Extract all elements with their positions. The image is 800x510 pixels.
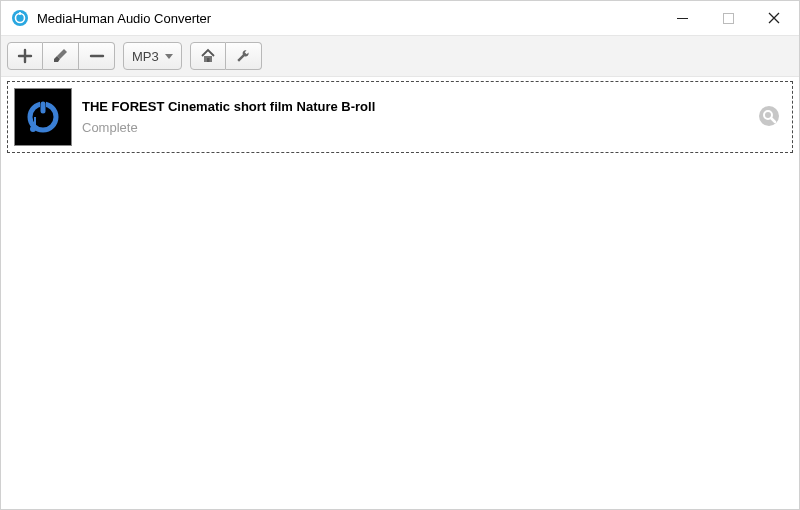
minus-icon <box>89 48 105 64</box>
item-thumbnail <box>14 88 72 146</box>
clear-button[interactable] <box>43 42 79 70</box>
search-icon <box>758 105 780 130</box>
window-title: MediaHuman Audio Converter <box>37 11 659 26</box>
list-item[interactable]: THE FOREST Cinematic short film Nature B… <box>7 81 793 153</box>
format-label: MP3 <box>132 49 159 64</box>
item-status: Complete <box>82 120 746 135</box>
maximize-button[interactable] <box>705 3 751 33</box>
svg-rect-6 <box>207 58 210 62</box>
brush-icon <box>53 48 69 64</box>
settings-button[interactable] <box>226 42 262 70</box>
plus-icon <box>17 48 33 64</box>
app-window: MediaHuman Audio Converter <box>0 0 800 510</box>
svg-rect-2 <box>19 12 21 15</box>
chevron-down-icon <box>165 54 173 59</box>
file-button-group <box>7 42 115 70</box>
home-icon <box>200 48 216 64</box>
titlebar: MediaHuman Audio Converter <box>1 1 799 35</box>
item-title: THE FOREST Cinematic short film Nature B… <box>82 99 746 114</box>
window-controls <box>659 3 797 33</box>
close-button[interactable] <box>751 3 797 33</box>
app-icon <box>11 9 29 27</box>
svg-rect-4 <box>723 13 733 23</box>
svg-point-10 <box>759 106 779 126</box>
action-button-group <box>190 42 262 70</box>
svg-rect-3 <box>677 18 688 19</box>
home-button[interactable] <box>190 42 226 70</box>
locate-button[interactable] <box>756 104 782 130</box>
remove-button[interactable] <box>79 42 115 70</box>
add-button[interactable] <box>7 42 43 70</box>
toolbar: MP3 <box>1 35 799 77</box>
file-list: THE FOREST Cinematic short film Nature B… <box>1 77 799 509</box>
format-dropdown[interactable]: MP3 <box>123 42 182 70</box>
wrench-icon <box>235 48 251 64</box>
item-body: THE FOREST Cinematic short film Nature B… <box>82 99 746 135</box>
minimize-button[interactable] <box>659 3 705 33</box>
